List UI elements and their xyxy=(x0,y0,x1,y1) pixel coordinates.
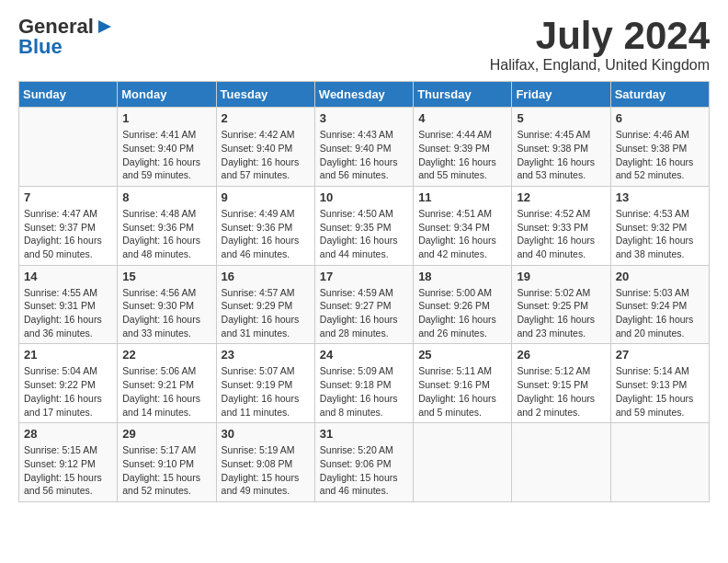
day-number: 27 xyxy=(616,348,704,362)
calendar-cell xyxy=(19,108,118,187)
day-info: Sunrise: 4:43 AMSunset: 9:40 PMDaylight:… xyxy=(320,128,408,182)
day-number: 21 xyxy=(24,348,112,362)
header-wednesday: Wednesday xyxy=(314,82,413,108)
title-block: July 2024 Halifax, England, United Kingd… xyxy=(490,15,710,74)
day-number: 4 xyxy=(418,111,506,125)
day-info: Sunrise: 4:45 AMSunset: 9:38 PMDaylight:… xyxy=(517,128,605,182)
day-info: Sunrise: 5:19 AMSunset: 9:08 PMDaylight:… xyxy=(222,443,310,498)
day-number: 13 xyxy=(616,190,704,204)
calendar-cell: 25Sunrise: 5:11 AMSunset: 9:16 PMDayligh… xyxy=(414,344,512,423)
day-number: 7 xyxy=(24,190,112,204)
calendar-cell: 4Sunrise: 4:44 AMSunset: 9:39 PMDaylight… xyxy=(414,108,512,187)
calendar-cell xyxy=(610,423,709,502)
calendar-cell: 10Sunrise: 4:50 AMSunset: 9:35 PMDayligh… xyxy=(314,186,413,265)
day-number: 6 xyxy=(616,111,704,125)
day-number: 1 xyxy=(122,111,210,125)
day-info: Sunrise: 4:41 AMSunset: 9:40 PMDaylight:… xyxy=(122,128,210,182)
calendar-cell: 6Sunrise: 4:46 AMSunset: 9:38 PMDaylight… xyxy=(610,108,709,187)
day-info: Sunrise: 4:59 AMSunset: 9:27 PMDaylight:… xyxy=(320,286,408,340)
calendar-cell: 24Sunrise: 5:09 AMSunset: 9:18 PMDayligh… xyxy=(314,344,413,423)
day-number: 18 xyxy=(418,270,506,283)
calendar-cell: 12Sunrise: 4:52 AMSunset: 9:33 PMDayligh… xyxy=(512,186,610,265)
day-number: 22 xyxy=(122,348,210,362)
day-info: Sunrise: 5:17 AMSunset: 9:10 PMDaylight:… xyxy=(122,443,210,498)
svg-marker-0 xyxy=(98,20,111,33)
header-thursday: Thursday xyxy=(414,82,512,108)
calendar-cell: 7Sunrise: 4:47 AMSunset: 9:37 PMDaylight… xyxy=(19,186,118,265)
day-info: Sunrise: 5:11 AMSunset: 9:16 PMDaylight:… xyxy=(418,364,506,419)
day-info: Sunrise: 4:46 AMSunset: 9:38 PMDaylight:… xyxy=(616,128,704,182)
calendar-cell: 13Sunrise: 4:53 AMSunset: 9:32 PMDayligh… xyxy=(610,186,709,265)
calendar-cell: 18Sunrise: 5:00 AMSunset: 9:26 PMDayligh… xyxy=(414,265,512,344)
day-info: Sunrise: 5:20 AMSunset: 9:06 PMDaylight:… xyxy=(320,443,408,498)
calendar-cell: 16Sunrise: 4:57 AMSunset: 9:29 PMDayligh… xyxy=(216,265,314,344)
day-number: 14 xyxy=(24,270,112,283)
calendar-cell xyxy=(414,423,512,502)
calendar-table: SundayMondayTuesdayWednesdayThursdayFrid… xyxy=(18,81,710,502)
day-number: 15 xyxy=(122,270,210,283)
calendar-header-row: SundayMondayTuesdayWednesdayThursdayFrid… xyxy=(19,82,710,108)
calendar-cell: 1Sunrise: 4:41 AMSunset: 9:40 PMDaylight… xyxy=(118,108,216,187)
day-number: 8 xyxy=(122,190,210,204)
calendar-cell xyxy=(512,423,610,502)
header-sunday: Sunday xyxy=(19,82,118,108)
day-number: 19 xyxy=(517,270,605,283)
calendar-cell: 29Sunrise: 5:17 AMSunset: 9:10 PMDayligh… xyxy=(118,423,216,502)
header-saturday: Saturday xyxy=(610,82,709,108)
calendar-cell: 14Sunrise: 4:55 AMSunset: 9:31 PMDayligh… xyxy=(19,265,118,344)
day-number: 24 xyxy=(320,348,408,362)
day-info: Sunrise: 5:12 AMSunset: 9:15 PMDaylight:… xyxy=(517,364,605,419)
day-info: Sunrise: 4:47 AMSunset: 9:37 PMDaylight:… xyxy=(24,207,112,261)
logo-arrow-icon xyxy=(95,17,115,37)
calendar-cell: 27Sunrise: 5:14 AMSunset: 9:13 PMDayligh… xyxy=(610,344,709,423)
calendar-cell: 21Sunrise: 5:04 AMSunset: 9:22 PMDayligh… xyxy=(19,344,118,423)
day-number: 12 xyxy=(517,190,605,204)
calendar-cell: 3Sunrise: 4:43 AMSunset: 9:40 PMDaylight… xyxy=(314,108,413,187)
day-number: 25 xyxy=(418,348,506,362)
day-number: 28 xyxy=(24,427,112,441)
day-info: Sunrise: 4:55 AMSunset: 9:31 PMDaylight:… xyxy=(24,286,112,340)
page-header: General Blue July 2024 Halifax, England,… xyxy=(18,15,710,74)
calendar-cell: 15Sunrise: 4:56 AMSunset: 9:30 PMDayligh… xyxy=(118,265,216,344)
calendar-cell: 26Sunrise: 5:12 AMSunset: 9:15 PMDayligh… xyxy=(512,344,610,423)
header-friday: Friday xyxy=(512,82,610,108)
calendar-cell: 31Sunrise: 5:20 AMSunset: 9:06 PMDayligh… xyxy=(314,423,413,502)
calendar-cell: 11Sunrise: 4:51 AMSunset: 9:34 PMDayligh… xyxy=(414,186,512,265)
day-number: 29 xyxy=(122,427,210,441)
day-info: Sunrise: 5:02 AMSunset: 9:25 PMDaylight:… xyxy=(517,286,605,340)
calendar-cell: 22Sunrise: 5:06 AMSunset: 9:21 PMDayligh… xyxy=(118,344,216,423)
day-info: Sunrise: 4:57 AMSunset: 9:29 PMDaylight:… xyxy=(222,286,310,340)
day-info: Sunrise: 4:44 AMSunset: 9:39 PMDaylight:… xyxy=(418,128,506,182)
calendar-cell: 30Sunrise: 5:19 AMSunset: 9:08 PMDayligh… xyxy=(216,423,314,502)
day-info: Sunrise: 5:03 AMSunset: 9:24 PMDaylight:… xyxy=(616,286,704,340)
day-number: 26 xyxy=(517,348,605,362)
header-monday: Monday xyxy=(118,82,216,108)
calendar-cell: 23Sunrise: 5:07 AMSunset: 9:19 PMDayligh… xyxy=(216,344,314,423)
calendar-week-2: 7Sunrise: 4:47 AMSunset: 9:37 PMDaylight… xyxy=(19,186,710,265)
day-info: Sunrise: 5:14 AMSunset: 9:13 PMDaylight:… xyxy=(616,364,704,419)
day-info: Sunrise: 5:06 AMSunset: 9:21 PMDaylight:… xyxy=(122,364,210,419)
day-number: 11 xyxy=(418,190,506,204)
calendar-cell: 28Sunrise: 5:15 AMSunset: 9:12 PMDayligh… xyxy=(19,423,118,502)
calendar-cell: 17Sunrise: 4:59 AMSunset: 9:27 PMDayligh… xyxy=(314,265,413,344)
day-info: Sunrise: 4:53 AMSunset: 9:32 PMDaylight:… xyxy=(616,207,704,261)
calendar-cell: 9Sunrise: 4:49 AMSunset: 9:36 PMDaylight… xyxy=(216,186,314,265)
calendar-cell: 5Sunrise: 4:45 AMSunset: 9:38 PMDaylight… xyxy=(512,108,610,187)
day-number: 9 xyxy=(222,190,310,204)
header-tuesday: Tuesday xyxy=(216,82,314,108)
day-info: Sunrise: 4:56 AMSunset: 9:30 PMDaylight:… xyxy=(122,286,210,340)
day-info: Sunrise: 5:09 AMSunset: 9:18 PMDaylight:… xyxy=(320,364,408,419)
day-info: Sunrise: 4:52 AMSunset: 9:33 PMDaylight:… xyxy=(517,207,605,261)
day-info: Sunrise: 4:42 AMSunset: 9:40 PMDaylight:… xyxy=(222,128,310,182)
day-number: 16 xyxy=(222,270,310,283)
calendar-cell: 20Sunrise: 5:03 AMSunset: 9:24 PMDayligh… xyxy=(610,265,709,344)
day-info: Sunrise: 5:04 AMSunset: 9:22 PMDaylight:… xyxy=(24,364,112,419)
day-info: Sunrise: 4:50 AMSunset: 9:35 PMDaylight:… xyxy=(320,207,408,261)
calendar-cell: 19Sunrise: 5:02 AMSunset: 9:25 PMDayligh… xyxy=(512,265,610,344)
day-info: Sunrise: 5:15 AMSunset: 9:12 PMDaylight:… xyxy=(24,443,112,498)
day-number: 30 xyxy=(222,427,310,441)
location: Halifax, England, United Kingdom xyxy=(490,57,710,74)
logo-blue-text: Blue xyxy=(18,35,63,59)
day-info: Sunrise: 4:48 AMSunset: 9:36 PMDaylight:… xyxy=(122,207,210,261)
day-info: Sunrise: 4:51 AMSunset: 9:34 PMDaylight:… xyxy=(418,207,506,261)
